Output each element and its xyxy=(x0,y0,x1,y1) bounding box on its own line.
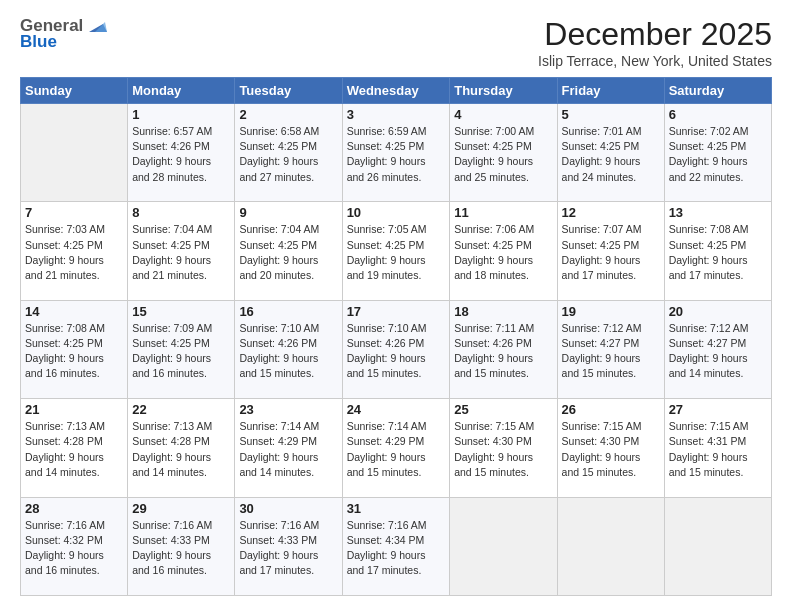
day-info: Sunrise: 7:11 AMSunset: 4:26 PMDaylight:… xyxy=(454,321,552,382)
day-info: Sunrise: 7:08 AMSunset: 4:25 PMDaylight:… xyxy=(25,321,123,382)
day-info: Sunrise: 7:16 AMSunset: 4:33 PMDaylight:… xyxy=(239,518,337,579)
calendar-cell: 29Sunrise: 7:16 AMSunset: 4:33 PMDayligh… xyxy=(128,497,235,595)
calendar-cell: 18Sunrise: 7:11 AMSunset: 4:26 PMDayligh… xyxy=(450,300,557,398)
day-number: 18 xyxy=(454,304,552,319)
calendar-cell: 8Sunrise: 7:04 AMSunset: 4:25 PMDaylight… xyxy=(128,202,235,300)
day-number: 3 xyxy=(347,107,446,122)
calendar-cell: 4Sunrise: 7:00 AMSunset: 4:25 PMDaylight… xyxy=(450,104,557,202)
day-info: Sunrise: 7:12 AMSunset: 4:27 PMDaylight:… xyxy=(562,321,660,382)
calendar-cell: 22Sunrise: 7:13 AMSunset: 4:28 PMDayligh… xyxy=(128,399,235,497)
calendar-cell: 2Sunrise: 6:58 AMSunset: 4:25 PMDaylight… xyxy=(235,104,342,202)
day-info: Sunrise: 7:13 AMSunset: 4:28 PMDaylight:… xyxy=(25,419,123,480)
calendar-cell: 25Sunrise: 7:15 AMSunset: 4:30 PMDayligh… xyxy=(450,399,557,497)
day-info: Sunrise: 7:15 AMSunset: 4:30 PMDaylight:… xyxy=(562,419,660,480)
day-info: Sunrise: 7:03 AMSunset: 4:25 PMDaylight:… xyxy=(25,222,123,283)
day-number: 25 xyxy=(454,402,552,417)
calendar-cell: 26Sunrise: 7:15 AMSunset: 4:30 PMDayligh… xyxy=(557,399,664,497)
day-info: Sunrise: 7:08 AMSunset: 4:25 PMDaylight:… xyxy=(669,222,767,283)
day-info: Sunrise: 7:15 AMSunset: 4:30 PMDaylight:… xyxy=(454,419,552,480)
calendar-cell: 23Sunrise: 7:14 AMSunset: 4:29 PMDayligh… xyxy=(235,399,342,497)
day-info: Sunrise: 7:02 AMSunset: 4:25 PMDaylight:… xyxy=(669,124,767,185)
day-number: 7 xyxy=(25,205,123,220)
calendar-cell: 20Sunrise: 7:12 AMSunset: 4:27 PMDayligh… xyxy=(664,300,771,398)
calendar-cell: 7Sunrise: 7:03 AMSunset: 4:25 PMDaylight… xyxy=(21,202,128,300)
calendar-cell: 27Sunrise: 7:15 AMSunset: 4:31 PMDayligh… xyxy=(664,399,771,497)
calendar-week-row: 21Sunrise: 7:13 AMSunset: 4:28 PMDayligh… xyxy=(21,399,772,497)
calendar-cell: 19Sunrise: 7:12 AMSunset: 4:27 PMDayligh… xyxy=(557,300,664,398)
day-number: 12 xyxy=(562,205,660,220)
day-number: 14 xyxy=(25,304,123,319)
svg-marker-1 xyxy=(95,22,107,32)
calendar-cell: 6Sunrise: 7:02 AMSunset: 4:25 PMDaylight… xyxy=(664,104,771,202)
weekday-header-saturday: Saturday xyxy=(664,78,771,104)
calendar-week-row: 7Sunrise: 7:03 AMSunset: 4:25 PMDaylight… xyxy=(21,202,772,300)
weekday-header-tuesday: Tuesday xyxy=(235,78,342,104)
day-number: 20 xyxy=(669,304,767,319)
day-info: Sunrise: 7:07 AMSunset: 4:25 PMDaylight:… xyxy=(562,222,660,283)
day-number: 21 xyxy=(25,402,123,417)
day-info: Sunrise: 7:01 AMSunset: 4:25 PMDaylight:… xyxy=(562,124,660,185)
header: General Blue December 2025 Islip Terrace… xyxy=(20,16,772,69)
weekday-header-thursday: Thursday xyxy=(450,78,557,104)
day-number: 16 xyxy=(239,304,337,319)
calendar-cell: 15Sunrise: 7:09 AMSunset: 4:25 PMDayligh… xyxy=(128,300,235,398)
calendar-cell: 28Sunrise: 7:16 AMSunset: 4:32 PMDayligh… xyxy=(21,497,128,595)
day-number: 24 xyxy=(347,402,446,417)
calendar-cell: 9Sunrise: 7:04 AMSunset: 4:25 PMDaylight… xyxy=(235,202,342,300)
calendar-cell: 3Sunrise: 6:59 AMSunset: 4:25 PMDaylight… xyxy=(342,104,450,202)
weekday-header-wednesday: Wednesday xyxy=(342,78,450,104)
day-number: 2 xyxy=(239,107,337,122)
calendar-cell xyxy=(664,497,771,595)
day-info: Sunrise: 7:16 AMSunset: 4:34 PMDaylight:… xyxy=(347,518,446,579)
calendar-cell: 31Sunrise: 7:16 AMSunset: 4:34 PMDayligh… xyxy=(342,497,450,595)
month-title: December 2025 xyxy=(538,16,772,53)
calendar-cell: 13Sunrise: 7:08 AMSunset: 4:25 PMDayligh… xyxy=(664,202,771,300)
day-info: Sunrise: 7:12 AMSunset: 4:27 PMDaylight:… xyxy=(669,321,767,382)
day-info: Sunrise: 7:13 AMSunset: 4:28 PMDaylight:… xyxy=(132,419,230,480)
day-info: Sunrise: 7:15 AMSunset: 4:31 PMDaylight:… xyxy=(669,419,767,480)
day-number: 1 xyxy=(132,107,230,122)
calendar-cell: 10Sunrise: 7:05 AMSunset: 4:25 PMDayligh… xyxy=(342,202,450,300)
day-number: 8 xyxy=(132,205,230,220)
calendar-cell: 5Sunrise: 7:01 AMSunset: 4:25 PMDaylight… xyxy=(557,104,664,202)
day-number: 9 xyxy=(239,205,337,220)
day-number: 19 xyxy=(562,304,660,319)
day-info: Sunrise: 7:04 AMSunset: 4:25 PMDaylight:… xyxy=(132,222,230,283)
calendar-cell: 17Sunrise: 7:10 AMSunset: 4:26 PMDayligh… xyxy=(342,300,450,398)
calendar-table: SundayMondayTuesdayWednesdayThursdayFrid… xyxy=(20,77,772,596)
day-number: 5 xyxy=(562,107,660,122)
day-info: Sunrise: 7:16 AMSunset: 4:33 PMDaylight:… xyxy=(132,518,230,579)
day-number: 11 xyxy=(454,205,552,220)
calendar-cell: 16Sunrise: 7:10 AMSunset: 4:26 PMDayligh… xyxy=(235,300,342,398)
calendar-cell xyxy=(557,497,664,595)
calendar-cell: 14Sunrise: 7:08 AMSunset: 4:25 PMDayligh… xyxy=(21,300,128,398)
day-info: Sunrise: 7:16 AMSunset: 4:32 PMDaylight:… xyxy=(25,518,123,579)
day-info: Sunrise: 7:00 AMSunset: 4:25 PMDaylight:… xyxy=(454,124,552,185)
calendar-cell xyxy=(21,104,128,202)
calendar-week-row: 28Sunrise: 7:16 AMSunset: 4:32 PMDayligh… xyxy=(21,497,772,595)
weekday-header-sunday: Sunday xyxy=(21,78,128,104)
day-number: 31 xyxy=(347,501,446,516)
calendar-cell: 1Sunrise: 6:57 AMSunset: 4:26 PMDaylight… xyxy=(128,104,235,202)
day-number: 26 xyxy=(562,402,660,417)
day-number: 30 xyxy=(239,501,337,516)
calendar-week-row: 14Sunrise: 7:08 AMSunset: 4:25 PMDayligh… xyxy=(21,300,772,398)
day-number: 6 xyxy=(669,107,767,122)
day-number: 23 xyxy=(239,402,337,417)
day-info: Sunrise: 7:10 AMSunset: 4:26 PMDaylight:… xyxy=(347,321,446,382)
calendar-cell xyxy=(450,497,557,595)
calendar-cell: 24Sunrise: 7:14 AMSunset: 4:29 PMDayligh… xyxy=(342,399,450,497)
day-number: 29 xyxy=(132,501,230,516)
logo: General Blue xyxy=(20,16,107,52)
calendar-cell: 21Sunrise: 7:13 AMSunset: 4:28 PMDayligh… xyxy=(21,399,128,497)
calendar-cell: 30Sunrise: 7:16 AMSunset: 4:33 PMDayligh… xyxy=(235,497,342,595)
calendar-week-row: 1Sunrise: 6:57 AMSunset: 4:26 PMDaylight… xyxy=(21,104,772,202)
page: General Blue December 2025 Islip Terrace… xyxy=(0,0,792,612)
day-number: 22 xyxy=(132,402,230,417)
location: Islip Terrace, New York, United States xyxy=(538,53,772,69)
calendar-cell: 12Sunrise: 7:07 AMSunset: 4:25 PMDayligh… xyxy=(557,202,664,300)
day-info: Sunrise: 7:05 AMSunset: 4:25 PMDaylight:… xyxy=(347,222,446,283)
title-block: December 2025 Islip Terrace, New York, U… xyxy=(538,16,772,69)
day-info: Sunrise: 6:58 AMSunset: 4:25 PMDaylight:… xyxy=(239,124,337,185)
day-number: 13 xyxy=(669,205,767,220)
